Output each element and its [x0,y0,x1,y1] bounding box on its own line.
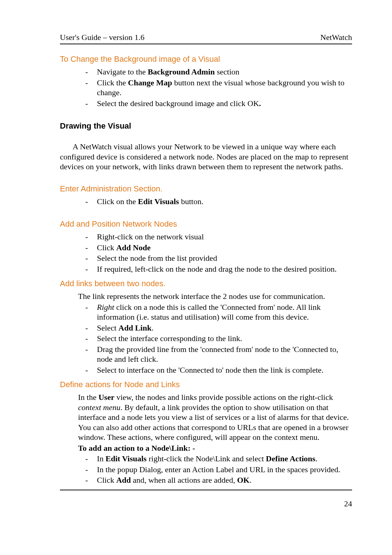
list-item: - Click Add and, when all actions are ad… [78,475,352,485]
body-paragraph: In the User view, the nodes and links pr… [78,392,352,442]
body-paragraph: A NetWatch visual allows your Network to… [60,142,352,172]
list-item: - Select to interface on the 'Connected … [78,365,352,375]
list-item: - Click Add Node [85,243,352,253]
list-item: - Select the desired background image an… [85,98,352,109]
sub-heading-bold: To add an action to a Node\Link: - [78,443,352,453]
heading-enter-admin: Enter Administration Section. [60,184,352,194]
list-item: - Select the node from the list provided [85,253,352,263]
dash-icon: - [85,67,97,77]
dash-icon: - [85,232,97,242]
header-rule [60,44,352,44]
heading-change-background: To Change the Background image of a Visu… [60,54,352,64]
heading-define-actions: Define actions for Node and Links [60,380,352,389]
list-item: - Select the interface corresponding to … [78,333,352,344]
dash-icon: - [78,344,97,355]
header-left: User's Guide – version 1.6 [60,33,144,42]
list-item: - Right-click on the network visual [85,232,352,242]
dash-icon: - [85,98,97,109]
dash-icon: - [85,78,97,88]
dash-icon: - [85,264,97,274]
dash-icon: - [85,253,97,263]
list-item: - In Edit Visuals right-click the Node\L… [78,454,352,464]
list-item: - Right click on a node this is called t… [78,302,352,322]
header-right: NetWatch [320,33,352,42]
list-item: - Drag the provided line from the 'conne… [78,344,352,364]
list-item: - Click the Change Map button next the v… [85,78,352,98]
list-item: - In the popup Dialog, enter an Action L… [78,465,352,475]
dash-icon: - [78,365,97,375]
intro-text: The link represents the network interfac… [78,291,352,301]
dash-icon: - [78,454,97,464]
dash-icon: - [85,243,97,253]
heading-add-position-nodes: Add and Position Network Nodes [60,219,352,229]
dash-icon: - [78,302,97,312]
dash-icon: - [78,475,97,485]
list-item: - Navigate to the Background Admin secti… [85,67,352,77]
dash-icon: - [78,333,97,344]
dash-icon: - [85,197,97,207]
dash-icon: - [78,465,97,475]
page-number: 24 [60,499,352,509]
list-item: - Select Add Link. [78,323,352,333]
dash-icon: - [78,323,97,333]
list-item: - Click on the Edit Visuals button. [85,197,352,207]
heading-drawing-visual: Drawing the Visual [60,121,352,131]
footer-rule [60,490,352,490]
list-item: - If required, left-click on the node an… [85,264,352,274]
heading-add-links: Add links between two nodes. [60,279,352,288]
